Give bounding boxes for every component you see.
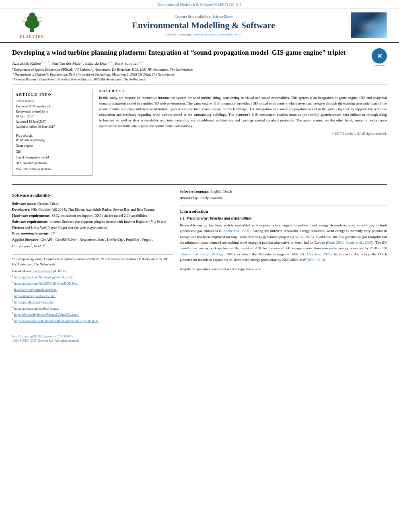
avail-entry: Availability: Freely available [180,195,387,201]
doi-line: http://dx.doi.org/10.1016/j.envsoft.2017… [12,335,387,338]
abstract-text: In this study, we propose an interactive… [99,95,387,129]
intro-paragraph-2: Despite the potential benefits of wind e… [180,266,387,272]
elsevier-tree-icon [18,12,46,34]
author-rafiee: Azarakhsh Rafiee a, c, * [12,61,49,66]
author-scholten: Henk Scholten a, c [115,61,144,66]
programming-value: C# [51,231,55,235]
article-info-box: ARTICLE INFO Article history: Received 2… [12,89,93,176]
software-title: Software availability [12,193,173,197]
abstract-box: ABSTRACT In this study, we propose an in… [99,89,387,136]
sciencedirect-line: Contents lists available at ScienceDirec… [56,14,351,18]
journal-title-section: Contents lists available at ScienceDirec… [56,14,351,36]
keywords-section: Keywords: Wind turbine planning Game eng… [16,133,89,172]
keyword-3: GIS [16,149,89,155]
journal-cover-image [351,12,387,38]
keyword-4: Sound propagation model [16,155,89,160]
copyright-line: © 2017 Elsevier Ltd. All rights reserved… [99,131,387,136]
fn7-link[interactable]: https://docs.unity3d.com/Manual/UsingDLL… [14,313,79,316]
fn1: 1 https://github.com/NetTopologySuite/Ge… [12,274,173,280]
software-developers-entry: Developers: Nils Citoulex (till 2014), T… [12,207,173,213]
revised-date: 29 April 2017 [16,114,89,119]
keywords-list: Wind turbine planning Game engine GIS So… [16,138,89,172]
developers-label: Developers: [12,207,30,212]
bottom-bar: http://dx.doi.org/10.1016/j.envsoft.2017… [0,332,399,345]
fn2-link[interactable]: https://github.com/GeoJSON-Net/GeoJSON.N… [14,281,78,285]
article-title-section: Developing a wind turbine planning platf… [12,48,387,85]
svg-line-6 [24,17,27,19]
author-dias: Eduardo Dias a, c [85,61,113,66]
ref-deal[interactable]: Deal, 2010; Evans et al., 2009 [327,240,372,244]
applied-libs-entry: Applied libraries: GeoAPI1, GeoJSON.Net2… [12,236,173,249]
crossmark-badge[interactable]: ✕ CrossMark [372,48,387,64]
software-name-label: Software name: [12,201,37,205]
issn-line: 1364-8152/© 2017 Elsevier Ltd. All right… [12,339,387,343]
affiliation-a: ª Department of Spatial Economics/SPINla… [12,68,366,72]
ref-ewea[interactable]: EWEA, 2015 [293,235,313,239]
ref-ser[interactable]: SER, 2013 [308,258,324,262]
developers-value: Nils Citoulex (till 2014), Tim Ebben, Az… [31,207,154,212]
doi-link[interactable]: http://dx.doi.org/10.1016/j.envsoft.2017… [12,335,73,338]
fn3-link[interactable]: http://www.newtonsoft.com/json. [14,288,57,292]
sw-lang-label: Software language: [180,189,210,193]
software-section: Software availability Software name: Geo… [12,193,173,249]
section-title: 1. Introduction [180,209,387,214]
history-label: Article history: [16,99,89,104]
fn7: 7 https://docs.unity3d.com/Manual/UsingD… [12,311,173,317]
fn8-link[interactable]: https://www.microsoft.com/nl-nl/download… [14,319,99,322]
journal-header: ELSEVIER Contents lists available at Sci… [0,8,399,43]
fn1-link[interactable]: https://github.com/NetTopologySuite/GeoA… [14,275,74,279]
software-req-entry: Software requirements: Internet Browser … [12,219,173,231]
intro-paragraph-1: Renewable energy has been widely embedde… [180,222,387,263]
subsection-title: 1.1. Wind energy: benefits and externali… [180,216,387,220]
software-name-entry: Software name: Geodan Falcon [12,201,173,207]
article-title-text: Developing a wind turbine planning platf… [12,48,366,82]
svg-line-4 [22,21,25,22]
fn5: 5 https://proj4net.codeplex.com/. [12,299,173,305]
sw-lang-entry: Software language: English, Dutch [180,189,387,195]
affiliations: ª Department of Spatial Economics/SPINla… [12,68,366,82]
abstract-header: ABSTRACT [99,89,387,93]
revised-label: Received in revised form [16,109,89,115]
ref-eu-directive[interactable]: EU Directive, 2009 [220,229,249,233]
email-link[interactable]: a.rafiee@vu.nl [33,269,52,273]
body-section: Software availability Software name: Geo… [12,189,387,324]
hardware-label: Hardware requirements: [12,214,51,218]
affiliation-b: ᵇ Department of Hydraulic Engineering, D… [12,72,366,77]
hardware-req-entry: Hardware requirements: SSE2 instruction … [12,213,173,219]
fn2: 2 https://github.com/GeoJSON-Net/GeoJSON… [12,280,173,286]
keyword-1: Wind turbine planning [16,138,89,143]
sciencedirect-link[interactable]: ScienceDirect [212,14,232,18]
email-note: E-mail address: a.rafiee@vu.nl (A. Rafie… [12,269,173,274]
online-date: Available online 29 June 2017 [16,125,89,130]
elsevier-logo: ELSEVIER [18,12,46,39]
svg-line-5 [39,21,42,22]
article-info-header: ARTICLE INFO [16,92,89,97]
crossmark-label: CrossMark [372,64,387,67]
journal-title: Environmental Modelling & Software [56,20,351,31]
programming-entry: Programming language: C# [12,230,173,236]
publisher-logo-section: ELSEVIER [8,12,56,39]
fn4: 4 https://dotnetzip.codeplex.com/. [12,293,173,299]
fn5-link[interactable]: https://proj4net.codeplex.com/. [14,300,54,304]
fn8: 8 https://www.microsoft.com/nl-nl/downlo… [12,318,173,324]
article-title: Developing a wind turbine planning platf… [12,48,366,57]
journal-homepage: journal homepage: www.elsevier.com/locat… [56,32,351,36]
ref-eu-directive-2[interactable]: EU Directive, 2009 [300,252,330,256]
software-col: Software availability Software name: Geo… [12,189,173,324]
svg-line-7 [37,17,41,19]
abstract-col: ABSTRACT In this study, we propose an in… [99,89,387,180]
introduction-section: 1. Introduction 1.1. Wind energy: benefi… [180,209,387,272]
keyword-6: Real-time scenario analysis [16,166,89,172]
fn6-link[interactable]: https://github.com/leonbloy/pngcs. [14,306,59,310]
keyword-5: OGC standard protocols [16,160,89,166]
fn4-link[interactable]: https://dotnetzip.codeplex.com/. [14,294,56,298]
article-info-abstract-section: ARTICLE INFO Article history: Received 2… [12,89,387,180]
section-divider [12,184,387,185]
article-content: Developing a wind turbine planning platf… [0,43,399,328]
crossmark-icon: ✕ [372,48,387,64]
journal-homepage-link[interactable]: www.elsevier.com/locate/envsoft [193,32,241,36]
software-entries: Software name: Geodan Falcon Developers:… [12,201,173,249]
sw-lang-value: English, Dutch [210,189,232,193]
article-history: Article history: Received 22 November 20… [16,99,89,130]
page: Environmental Modelling & Software 95 (2… [0,0,399,532]
